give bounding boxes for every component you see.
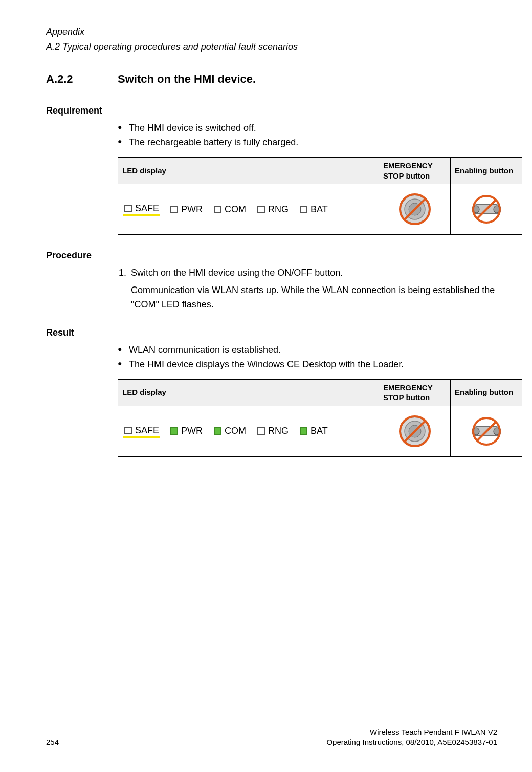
page-footer: 254 Wireless Teach Pendant F IWLAN V2 Op… [46,727,497,748]
led-box-off-icon [257,206,265,213]
page-number: 254 [46,737,59,747]
requirement-list: The HMI device is switched off. The rech… [118,121,497,150]
section-number: A.2.2 [46,73,118,86]
list-item: WLAN communication is established. [118,343,497,358]
step-detail: Communication via WLAN starts up. While … [131,283,497,312]
led-label: BAT [311,204,328,215]
list-item: Switch on the HMI device using the ON/OF… [129,266,497,312]
led-box-off-icon [124,427,132,434]
header-appendix: Appendix [46,26,497,38]
step-text: Switch on the HMI device using the ON/OF… [131,268,343,278]
th-led: LED display [118,158,379,184]
led-label: COM [225,426,246,436]
footer-title: Wireless Teach Pendant F IWLAN V2 [326,727,497,737]
table-row: SAFE PWR COM RNG [118,184,522,235]
estop-cell [379,184,451,235]
enable-cell [451,406,522,456]
led-box-off-icon [170,206,178,213]
led-box-on-icon [300,427,307,435]
th-enable: Enabling button [451,158,522,184]
list-item: The rechargeable battery is fully charge… [118,136,497,150]
result-list: WLAN communication is established. The H… [118,343,497,372]
section-heading: A.2.2 Switch on the HMI device. [46,73,497,86]
led-com: COM [214,204,246,215]
estop-cell [379,406,451,456]
table-row: LED display EMERGENCY STOP button Enabli… [118,379,522,406]
requirement-heading: Requirement [46,105,497,116]
section-title: Switch on the HMI device. [118,73,256,86]
status-table-requirement: LED display EMERGENCY STOP button Enabli… [118,157,522,235]
led-label: PWR [181,426,203,436]
estop-disabled-icon [398,192,432,226]
footer-doc: Operating Instructions, 08/2010, A5E0245… [326,737,497,747]
list-item: The HMI device displays the Windows CE D… [118,358,497,372]
led-label: RNG [268,426,289,436]
led-label: RNG [268,204,289,215]
led-com: COM [214,426,246,436]
procedure-heading: Procedure [46,250,497,261]
th-enable: Enabling button [451,379,522,406]
led-label: PWR [181,204,203,215]
led-safe: SAFE [124,203,159,215]
th-estop: EMERGENCY STOP button [379,158,451,184]
led-label: COM [225,204,246,215]
led-box-on-icon [170,427,178,435]
enable-cell [451,184,522,235]
result-heading: Result [46,327,497,338]
led-bat: BAT [300,426,328,436]
led-box-off-icon [300,206,307,213]
led-label: BAT [311,426,328,436]
procedure-list: Switch on the HMI device using the ON/OF… [118,266,497,312]
led-label: SAFE [135,425,159,436]
header-section-path: A.2 Typical operating procedures and pot… [46,40,497,53]
status-table-result: LED display EMERGENCY STOP button Enabli… [118,379,522,457]
led-bat: BAT [300,204,328,215]
led-rng: RNG [257,426,289,436]
led-label: SAFE [135,203,159,214]
list-item: The HMI device is switched off. [118,121,497,136]
enabling-button-disabled-icon [465,194,508,225]
led-cell: SAFE PWR COM RNG [118,184,379,235]
led-box-off-icon [214,206,221,213]
led-rng: RNG [257,204,289,215]
led-box-off-icon [124,205,132,212]
led-safe: SAFE [124,425,159,437]
table-row: LED display EMERGENCY STOP button Enabli… [118,158,522,184]
led-cell: SAFE PWR COM RNG [118,406,379,456]
table-row: SAFE PWR COM RNG [118,406,522,456]
led-box-off-icon [257,427,265,435]
estop-disabled-icon [398,414,432,448]
led-box-on-icon [214,427,221,435]
enabling-button-disabled-icon [465,416,508,447]
th-estop: EMERGENCY STOP button [379,379,451,406]
led-pwr: PWR [170,204,203,215]
led-pwr: PWR [170,426,203,436]
th-led: LED display [118,379,379,406]
